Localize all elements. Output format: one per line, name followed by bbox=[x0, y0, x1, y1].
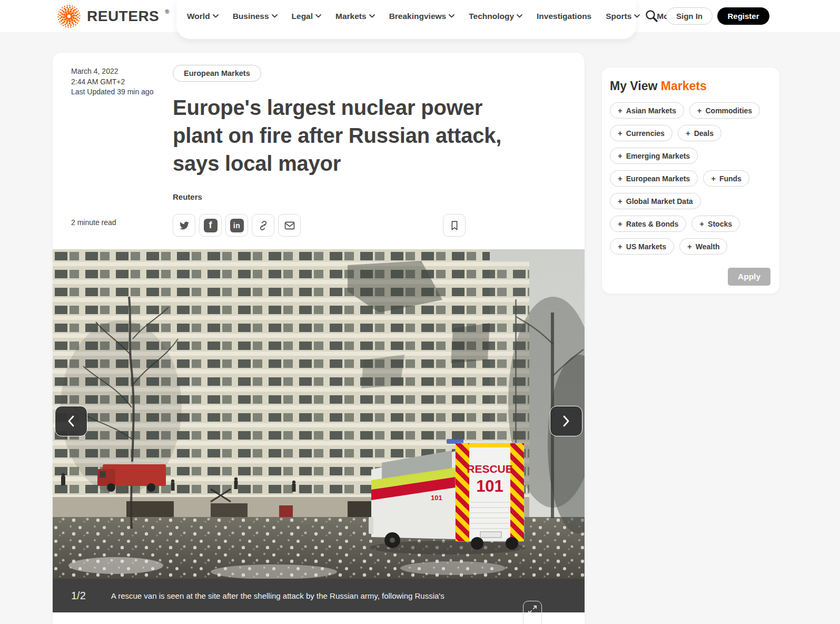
article-date: March 4, 2022 bbox=[71, 66, 153, 77]
chip-asian-markets[interactable]: +Asian Markets bbox=[610, 102, 684, 119]
reuters-wordmark: REUTERS bbox=[87, 8, 159, 25]
next-slide-button[interactable] bbox=[550, 406, 582, 436]
share-copy-link-button[interactable] bbox=[252, 214, 274, 237]
email-icon bbox=[283, 219, 296, 232]
chevron-down-icon bbox=[449, 14, 454, 18]
chip-emerging-markets[interactable]: +Emerging Markets bbox=[610, 148, 698, 164]
sidebar-title: My View Markets bbox=[610, 79, 772, 93]
chip-deals[interactable]: +Deals bbox=[678, 125, 722, 141]
plus-icon: + bbox=[686, 129, 690, 138]
chevron-down-icon bbox=[213, 14, 219, 18]
twitter-icon bbox=[179, 220, 190, 231]
search-icon bbox=[645, 9, 658, 23]
apply-button[interactable]: Apply bbox=[728, 268, 770, 286]
share-email-button[interactable] bbox=[278, 214, 301, 237]
facebook-icon: f bbox=[204, 219, 218, 232]
plus-icon: + bbox=[699, 219, 704, 228]
share-linkedin-button[interactable]: in bbox=[225, 214, 248, 237]
photo-caption-bar: 1/2 A rescue van is seen at the site aft… bbox=[53, 579, 585, 612]
read-time: 2 minute read bbox=[71, 218, 116, 227]
sidebar-title-primary: My View bbox=[610, 79, 657, 93]
chip-european-markets[interactable]: +European Markets bbox=[610, 170, 698, 187]
category-tag-european-markets[interactable]: European Markets bbox=[173, 65, 261, 82]
chip-stocks[interactable]: +Stocks bbox=[691, 216, 740, 232]
bookmark-button[interactable] bbox=[443, 214, 466, 237]
nav-item-markets[interactable]: Markets bbox=[335, 12, 375, 21]
share-facebook-button[interactable]: f bbox=[199, 214, 222, 237]
plus-icon: + bbox=[618, 197, 622, 206]
nav-links: World Business Legal Markets Breakingvie… bbox=[187, 12, 640, 21]
my-view-markets-panel: My View Markets +Asian Markets +Commodit… bbox=[602, 67, 779, 294]
article-last-updated: Last Updated 39 min ago bbox=[71, 87, 153, 97]
nav-item-sports[interactable]: Sports bbox=[606, 12, 640, 21]
plus-icon: + bbox=[711, 174, 716, 183]
article-headline: Europe's largest nuclear power plant on … bbox=[173, 94, 523, 178]
plus-icon: + bbox=[618, 106, 622, 115]
chip-global-market-data[interactable]: +Global Market Data bbox=[610, 193, 701, 209]
slide-counter: 1/2 bbox=[71, 590, 86, 602]
chip-currencies[interactable]: +Currencies bbox=[610, 125, 673, 141]
van-number-text: 101 bbox=[476, 477, 503, 495]
photo-caption: A rescue van is seen at the site after t… bbox=[111, 591, 444, 600]
chevron-down-icon bbox=[634, 14, 640, 18]
share-twitter-button[interactable] bbox=[173, 214, 195, 237]
sidebar-title-accent: Markets bbox=[661, 79, 707, 93]
chevron-down-icon bbox=[517, 14, 522, 18]
chip-wealth[interactable]: +Wealth bbox=[679, 238, 727, 255]
previous-slide-button[interactable] bbox=[55, 406, 87, 436]
plus-icon: + bbox=[618, 129, 622, 138]
chip-funds[interactable]: +Funds bbox=[703, 170, 749, 187]
nav-item-world[interactable]: World bbox=[187, 12, 219, 21]
bookmark-icon bbox=[449, 220, 460, 231]
register-button[interactable]: Register bbox=[717, 7, 769, 25]
van-side-label: 101 bbox=[431, 494, 442, 502]
share-toolbar: f in bbox=[173, 214, 466, 237]
chevron-down-icon bbox=[272, 14, 278, 18]
nav-item-breakingviews[interactable]: Breakingviews bbox=[389, 12, 455, 21]
article-photo: 101 RESCUE 101 bbox=[53, 249, 585, 579]
plus-icon: + bbox=[618, 219, 622, 228]
chip-us-markets[interactable]: +US Markets bbox=[610, 238, 674, 255]
linkedin-icon: in bbox=[230, 219, 244, 232]
fullscreen-button[interactable] bbox=[523, 601, 542, 624]
reuters-dotted-circle-icon bbox=[57, 4, 81, 28]
search-button[interactable] bbox=[643, 8, 660, 25]
chevron-right-icon bbox=[562, 415, 570, 427]
nav-item-investigations[interactable]: Investigations bbox=[537, 12, 591, 21]
primary-navigation: World Business Legal Markets Breakingvie… bbox=[176, 0, 636, 39]
reuters-logo[interactable]: REUTERS ® bbox=[57, 4, 169, 29]
market-topic-chips: +Asian Markets +Commodities +Currencies … bbox=[610, 102, 772, 255]
plus-icon: + bbox=[618, 174, 622, 183]
chevron-down-icon bbox=[315, 14, 321, 18]
article-card: March 4, 2022 2:44 AM GMT+2 Last Updated… bbox=[53, 53, 585, 624]
chevron-left-icon bbox=[67, 415, 75, 427]
photo-illustration: 101 RESCUE 101 bbox=[53, 249, 585, 579]
article-dates: March 4, 2022 2:44 AM GMT+2 Last Updated… bbox=[71, 66, 153, 97]
plus-icon: + bbox=[618, 151, 622, 160]
plus-icon: + bbox=[697, 106, 702, 115]
article-byline: Reuters bbox=[173, 192, 202, 201]
registered-mark: ® bbox=[165, 8, 169, 15]
nav-item-technology[interactable]: Technology bbox=[469, 12, 522, 21]
nav-item-business[interactable]: Business bbox=[233, 12, 278, 21]
plus-icon: + bbox=[618, 242, 622, 251]
van-rescue-text: RESCUE bbox=[467, 463, 513, 475]
link-icon bbox=[258, 220, 269, 231]
article-time: 2:44 AM GMT+2 bbox=[71, 77, 153, 87]
chevron-down-icon bbox=[369, 14, 375, 18]
chip-commodities[interactable]: +Commodities bbox=[689, 102, 760, 119]
nav-item-legal[interactable]: Legal bbox=[292, 12, 321, 21]
expand-icon bbox=[528, 605, 537, 615]
chip-rates-bonds[interactable]: +Rates & Bonds bbox=[610, 216, 686, 232]
sign-in-button[interactable]: Sign In bbox=[666, 7, 713, 25]
plus-icon: + bbox=[687, 242, 692, 251]
